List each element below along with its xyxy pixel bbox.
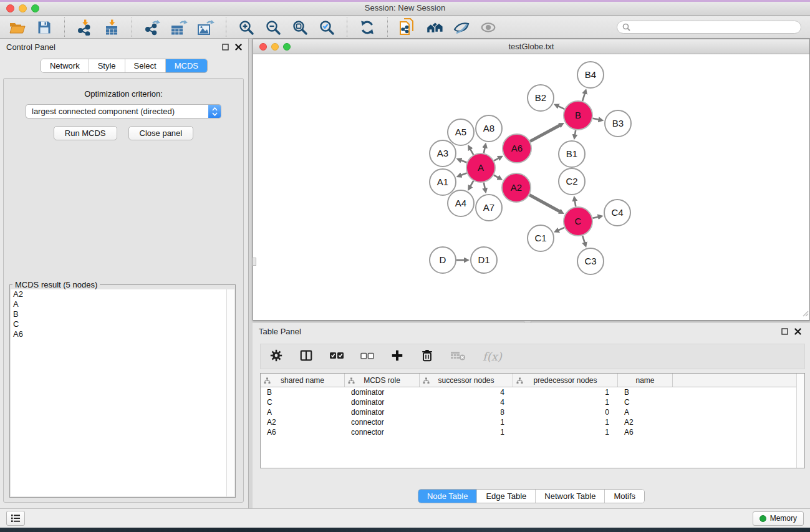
mcds-result-item[interactable]: A2: [11, 289, 234, 299]
open-file-button[interactable]: [9, 19, 26, 36]
toggle-column-view-button[interactable]: [299, 349, 313, 365]
save-session-button[interactable]: [36, 19, 53, 36]
graph-node-A2[interactable]: A2: [502, 173, 531, 202]
column-header-successor-nodes[interactable]: successor nodes: [420, 374, 513, 387]
tab-network-table[interactable]: Network Table: [535, 490, 604, 503]
delete-table-button[interactable]: [450, 350, 466, 364]
column-header-name[interactable]: name: [618, 374, 673, 387]
network-resize-grip[interactable]: [801, 308, 809, 319]
graph-node-D1[interactable]: D1: [471, 247, 497, 273]
graph-edge-C-C3[interactable]: [582, 236, 585, 243]
float-table-panel-icon[interactable]: [781, 328, 788, 335]
graph-edge-C-C2[interactable]: [575, 201, 576, 207]
export-image-button[interactable]: [197, 19, 215, 36]
tab-node-table[interactable]: Node Table: [418, 490, 477, 503]
mcds-result-item[interactable]: A6: [11, 329, 234, 339]
home-view-button[interactable]: [426, 19, 443, 36]
graph-node-C[interactable]: C: [564, 207, 592, 236]
graph-node-C2[interactable]: C2: [559, 168, 585, 195]
export-table-button[interactable]: [170, 19, 188, 36]
function-builder-button[interactable]: f(x): [483, 350, 502, 363]
show-details-button[interactable]: [480, 19, 497, 36]
apply-layout-button[interactable]: [359, 19, 376, 36]
graph-edge-A2-C[interactable]: [529, 195, 560, 211]
table-scrollbar[interactable]: [796, 374, 804, 468]
deselect-all-button[interactable]: [360, 351, 374, 362]
select-all-button[interactable]: [329, 351, 344, 362]
column-header-MCDS-role[interactable]: MCDS role: [345, 374, 420, 387]
tab-network[interactable]: Network: [41, 59, 89, 72]
graph-edge-A-A2[interactable]: [494, 175, 498, 178]
graph-node-A8[interactable]: A8: [476, 115, 502, 142]
graph-node-A[interactable]: A: [466, 153, 495, 182]
network-from-file-button[interactable]: [399, 19, 417, 36]
import-network-button[interactable]: [76, 19, 94, 36]
graph-node-B4[interactable]: B4: [577, 62, 604, 88]
graph-node-C1[interactable]: C1: [528, 225, 554, 251]
tab-motifs[interactable]: Motifs: [604, 490, 644, 503]
graph-edge-B-B3[interactable]: [593, 118, 599, 120]
mcds-result-list[interactable]: A2ABCA6: [11, 289, 234, 496]
graph-edge-B-B1[interactable]: [575, 130, 576, 135]
graph-node-B3[interactable]: B3: [605, 110, 631, 137]
run-mcds-button[interactable]: Run MCDS: [54, 126, 117, 140]
graph-edge-C-C1[interactable]: [558, 228, 564, 230]
graph-node-B2[interactable]: B2: [528, 85, 554, 111]
close-panel-button[interactable]: Close panel: [128, 126, 194, 140]
graph-edge-A-A6[interactable]: [494, 158, 499, 161]
mcds-result-scrollbar[interactable]: [226, 289, 234, 496]
graph-node-C4[interactable]: C4: [604, 200, 630, 226]
graph-node-C3[interactable]: C3: [577, 248, 604, 274]
column-header-predecessor-nodes[interactable]: predecessor nodes: [513, 374, 618, 387]
graph-node-A4[interactable]: A4: [448, 190, 474, 216]
graph-node-B[interactable]: B: [564, 101, 592, 130]
network-window-grip[interactable]: [253, 258, 256, 266]
table-row[interactable]: Bdominator41B: [261, 387, 804, 397]
tab-edge-table[interactable]: Edge Table: [476, 490, 535, 503]
delete-column-button[interactable]: [420, 349, 434, 365]
close-table-panel-icon[interactable]: [794, 328, 801, 335]
graph-node-B1[interactable]: B1: [559, 141, 585, 167]
graph-edge-B-B4[interactable]: [582, 94, 585, 101]
close-panel-icon[interactable]: [235, 44, 242, 51]
graph-node-A5[interactable]: A5: [448, 119, 474, 145]
mcds-result-item[interactable]: A: [11, 299, 234, 309]
table-row[interactable]: A6connector11A6: [261, 427, 804, 437]
table-row[interactable]: A2connector11A2: [261, 417, 804, 427]
graph-edge-A-A1[interactable]: [461, 173, 467, 175]
network-zoom-button[interactable]: [283, 43, 291, 51]
graph-edge-A-A7[interactable]: [484, 183, 485, 189]
search-input[interactable]: [634, 23, 796, 32]
graph-node-D[interactable]: D: [430, 247, 456, 273]
hide-details-button[interactable]: [453, 19, 470, 36]
tab-style[interactable]: Style: [89, 59, 125, 72]
graph-node-A1[interactable]: A1: [430, 169, 456, 195]
network-window-titlebar[interactable]: testGlobe.txt: [253, 39, 809, 54]
network-canvas[interactable]: B4B2BB3A8A5A6A3B1AC2A1A2A4A7C4CC1C3DD1: [253, 54, 809, 320]
import-table-button[interactable]: [103, 19, 120, 36]
column-header-shared-name[interactable]: shared name: [261, 374, 345, 387]
zoom-in-button[interactable]: [238, 19, 255, 36]
export-network-button[interactable]: [143, 19, 161, 36]
criterion-select[interactable]: largest connected component (directed): [26, 104, 221, 118]
graph-node-A7[interactable]: A7: [476, 195, 502, 221]
table-row[interactable]: Cdominator41C: [261, 397, 804, 407]
add-column-button[interactable]: [390, 349, 404, 365]
zoom-out-button[interactable]: [264, 19, 282, 36]
tab-mcds[interactable]: MCDS: [165, 59, 207, 72]
graph-edge-A-A3[interactable]: [461, 160, 467, 163]
float-panel-icon[interactable]: [222, 44, 229, 51]
table-row[interactable]: Adominator80A: [261, 407, 804, 417]
tab-select[interactable]: Select: [125, 59, 165, 72]
memory-button[interactable]: Memory: [753, 511, 804, 526]
table-settings-button[interactable]: [269, 349, 283, 365]
graph-node-A3[interactable]: A3: [430, 140, 456, 167]
graph-edge-A-A8[interactable]: [484, 147, 485, 153]
graph-node-A6[interactable]: A6: [503, 134, 531, 163]
graph-edge-B-B2[interactable]: [558, 106, 564, 109]
graph-edge-A-A4[interactable]: [470, 181, 473, 186]
network-minimize-button[interactable]: [271, 43, 279, 51]
mcds-result-item[interactable]: C: [11, 319, 234, 329]
zoom-fit-button[interactable]: [291, 19, 309, 36]
search-field[interactable]: [617, 21, 801, 34]
